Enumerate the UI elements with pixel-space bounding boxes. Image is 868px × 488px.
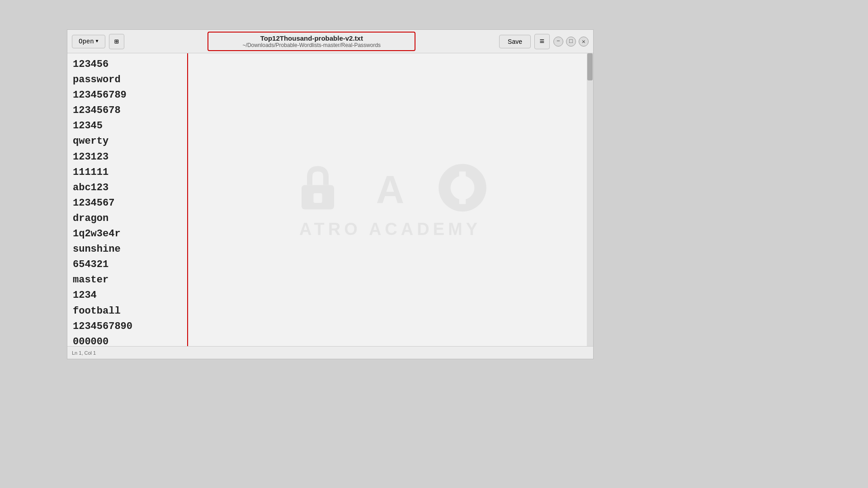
watermark-icon-right: [435, 161, 490, 215]
close-button[interactable]: ✕: [579, 37, 589, 47]
right-area: A ATRO ACADEMY: [187, 53, 593, 346]
save-button[interactable]: Save: [499, 35, 531, 48]
svg-point-3: [439, 164, 486, 212]
watermark-text: ATRO ACADEMY: [299, 220, 481, 239]
statusbar: Ln 1, Col 1: [67, 346, 593, 359]
window-controls: − □ ✕: [553, 37, 589, 47]
watermark-icon-left: [291, 161, 345, 215]
maximize-icon: □: [569, 38, 573, 45]
list-item: 123456789: [73, 88, 187, 103]
open-label: Open: [79, 38, 94, 45]
list-item: master: [73, 272, 187, 288]
scrollbar[interactable]: [587, 53, 593, 346]
svg-rect-5: [459, 172, 466, 204]
title-box: Top12Thousand-probable-v2.txt ~/Download…: [208, 32, 415, 51]
window-title: Top12Thousand-probable-v2.txt: [260, 34, 363, 42]
svg-point-4: [451, 176, 475, 200]
list-item: sunshine: [73, 242, 187, 257]
text-column[interactable]: 123456password1234567891234567812345qwer…: [67, 53, 187, 346]
list-item: 1234567: [73, 196, 187, 211]
list-item: 12345678: [73, 103, 187, 118]
list-item: 1234567890: [73, 319, 187, 334]
open-arrow-icon: ▼: [96, 39, 99, 44]
list-item: football: [73, 304, 187, 319]
list-item: 654321: [73, 257, 187, 272]
minimize-icon: −: [557, 38, 560, 45]
list-item: 1234: [73, 288, 187, 303]
main-window: Open ▼ ⊞ Top12Thousand-probable-v2.txt ~…: [67, 29, 594, 359]
svg-text:A: A: [376, 168, 404, 211]
list-item: 000000: [73, 334, 187, 346]
new-file-icon: ⊞: [114, 37, 119, 46]
svg-rect-1: [313, 193, 322, 203]
scrollbar-thumb[interactable]: [587, 53, 593, 80]
list-item: 111111: [73, 165, 187, 180]
close-icon: ✕: [582, 38, 585, 45]
list-item: 1q2w3e4r: [73, 226, 187, 242]
list-item: abc123: [73, 180, 187, 196]
watermark-icons: A: [291, 161, 490, 215]
save-label: Save: [508, 38, 522, 45]
svg-rect-0: [302, 185, 334, 210]
list-item: 123123: [73, 150, 187, 165]
titlebar: Open ▼ ⊞ Top12Thousand-probable-v2.txt ~…: [67, 30, 593, 53]
open-button[interactable]: Open ▼: [72, 35, 105, 48]
list-item: dragon: [73, 211, 187, 226]
maximize-button[interactable]: □: [566, 37, 576, 47]
menu-icon: ≡: [540, 37, 545, 46]
content-area: 123456password1234567891234567812345qwer…: [67, 53, 593, 346]
minimize-button[interactable]: −: [553, 37, 563, 47]
watermark-icon-middle: A: [363, 161, 417, 215]
new-file-button[interactable]: ⊞: [109, 34, 124, 49]
status-text: Ln 1, Col 1: [72, 350, 96, 356]
menu-button[interactable]: ≡: [534, 34, 550, 49]
window-path: ~/Downloads/Probable-Wordlists-master/Re…: [243, 42, 381, 48]
list-item: qwerty: [73, 134, 187, 149]
list-item: password: [73, 72, 187, 88]
list-item: 123456: [73, 57, 187, 72]
list-item: 12345: [73, 118, 187, 134]
watermark: A ATRO ACADEMY: [291, 161, 490, 239]
